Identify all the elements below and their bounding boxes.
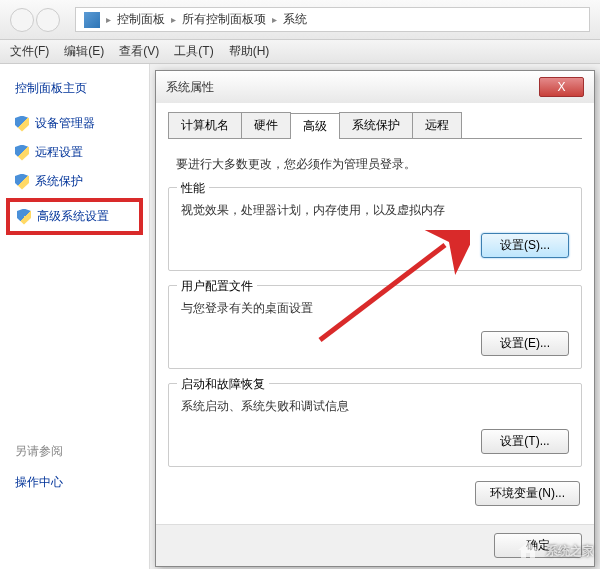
group-title: 启动和故障恢复 (177, 376, 269, 393)
shield-icon (15, 145, 29, 161)
watermark-text: 系统之家 (546, 543, 594, 560)
computer-icon (84, 12, 100, 28)
profile-settings-button[interactable]: 设置(E)... (481, 331, 569, 356)
sidebar-title[interactable]: 控制面板主页 (0, 76, 149, 109)
breadcrumb[interactable]: ▸ 控制面板 ▸ 所有控制面板项 ▸ 系统 (75, 7, 590, 32)
sidebar-item-label: 远程设置 (35, 144, 83, 161)
see-also-label: 另请参阅 (0, 435, 149, 468)
highlight-annotation: 高级系统设置 (6, 198, 143, 235)
sidebar-item-label: 系统保护 (35, 173, 83, 190)
sidebar-item-action-center[interactable]: 操作中心 (0, 468, 149, 497)
house-icon (514, 539, 542, 563)
group-desc: 视觉效果，处理器计划，内存使用，以及虚拟内存 (181, 202, 569, 219)
chevron-right-icon: ▸ (171, 14, 176, 25)
tab-hardware[interactable]: 硬件 (241, 112, 291, 138)
sidebar-item-protection[interactable]: 系统保护 (0, 167, 149, 196)
shield-icon (17, 209, 31, 225)
tab-protection[interactable]: 系统保护 (339, 112, 413, 138)
shield-icon (15, 116, 29, 132)
group-desc: 与您登录有关的桌面设置 (181, 300, 569, 317)
breadcrumb-item[interactable]: 控制面板 (117, 11, 165, 28)
dialog-body: 计算机名 硬件 高级 系统保护 远程 要进行大多数更改，您必须作为管理员登录。 … (156, 103, 594, 524)
admin-info-text: 要进行大多数更改，您必须作为管理员登录。 (168, 152, 582, 187)
performance-group: 性能 视觉效果，处理器计划，内存使用，以及虚拟内存 设置(S)... (168, 187, 582, 271)
user-profile-group: 用户配置文件 与您登录有关的桌面设置 设置(E)... (168, 285, 582, 369)
menu-help[interactable]: 帮助(H) (229, 43, 270, 60)
startup-group: 启动和故障恢复 系统启动、系统失败和调试信息 设置(T)... (168, 383, 582, 467)
sidebar-item-label: 操作中心 (15, 474, 63, 491)
menu-file[interactable]: 文件(F) (10, 43, 49, 60)
watermark: 系统之家 (514, 539, 594, 563)
menu-edit[interactable]: 编辑(E) (64, 43, 104, 60)
performance-settings-button[interactable]: 设置(S)... (481, 233, 569, 258)
system-properties-dialog: 系统属性 X 计算机名 硬件 高级 系统保护 远程 要进行大多数更改，您必须作为… (155, 70, 595, 567)
sidebar-item-device-manager[interactable]: 设备管理器 (0, 109, 149, 138)
menu-bar: 文件(F) 编辑(E) 查看(V) 工具(T) 帮助(H) (0, 40, 600, 64)
group-desc: 系统启动、系统失败和调试信息 (181, 398, 569, 415)
dialog-title: 系统属性 (166, 79, 214, 96)
breadcrumb-item[interactable]: 系统 (283, 11, 307, 28)
close-button[interactable]: X (539, 77, 584, 97)
menu-view[interactable]: 查看(V) (119, 43, 159, 60)
group-title: 用户配置文件 (177, 278, 257, 295)
startup-settings-button[interactable]: 设置(T)... (481, 429, 569, 454)
chevron-right-icon: ▸ (106, 14, 111, 25)
sidebar-item-label: 设备管理器 (35, 115, 95, 132)
chevron-right-icon: ▸ (272, 14, 277, 25)
breadcrumb-item[interactable]: 所有控制面板项 (182, 11, 266, 28)
back-button[interactable] (10, 8, 34, 32)
tab-computer-name[interactable]: 计算机名 (168, 112, 242, 138)
navigation-bar: ▸ 控制面板 ▸ 所有控制面板项 ▸ 系统 (0, 0, 600, 40)
tab-advanced[interactable]: 高级 (290, 113, 340, 139)
sidebar-item-label: 高级系统设置 (37, 208, 109, 225)
tab-strip: 计算机名 硬件 高级 系统保护 远程 (168, 112, 582, 139)
menu-tools[interactable]: 工具(T) (174, 43, 213, 60)
sidebar-item-advanced[interactable]: 高级系统设置 (13, 206, 136, 227)
sidebar: 控制面板主页 设备管理器 远程设置 系统保护 高级系统设置 另请参阅 操作中心 (0, 64, 150, 569)
group-title: 性能 (177, 180, 209, 197)
tab-remote[interactable]: 远程 (412, 112, 462, 138)
environment-variables-button[interactable]: 环境变量(N)... (475, 481, 580, 506)
sidebar-item-remote[interactable]: 远程设置 (0, 138, 149, 167)
nav-back-forward[interactable] (10, 8, 60, 32)
dialog-titlebar[interactable]: 系统属性 X (156, 71, 594, 103)
forward-button[interactable] (36, 8, 60, 32)
shield-icon (15, 174, 29, 190)
